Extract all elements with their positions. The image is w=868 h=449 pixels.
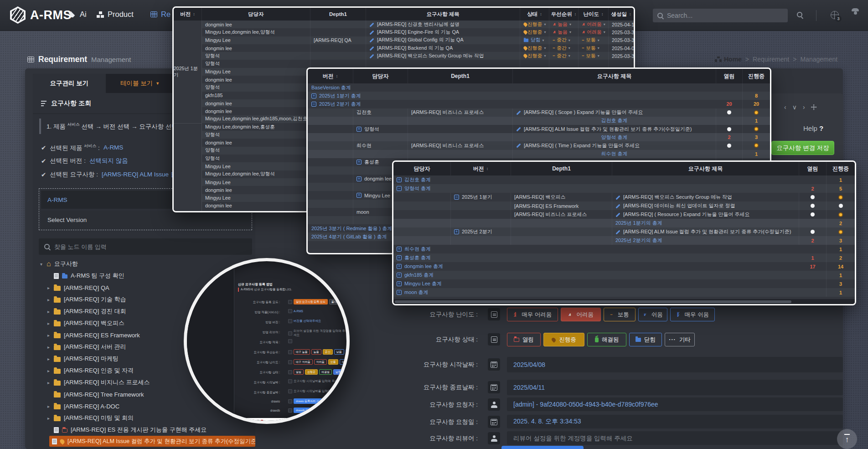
tree-item-selected[interactable]: [ARMS-REQ] ALM Issue 컬럼 추가 및 현황관리 보기 종류 … [49,436,255,447]
group-row[interactable]: 양형석 총계25 [393,184,855,193]
difficulty-hard-button[interactable]: 어려움 [561,308,601,321]
expand-plus-icon[interactable] [397,177,402,182]
chevron-right-icon[interactable]: › [803,103,805,111]
collapse-minus-icon[interactable] [397,186,402,191]
table-row[interactable]: Mingyu Lee[ARMS-REQ] QA [ARMS-REQ] Globa… [174,36,634,44]
expand-plus-icon[interactable] [397,264,402,269]
group-row[interactable]: moon 총계1 [393,288,855,297]
difficulty-dropdown[interactable]: 어려움▾ [579,21,609,28]
table-row[interactable]: 김천호[ARMS-REQ] 비즈니스 프로세스 [ARMS-REQ] ( Sco… [308,108,770,117]
tree-expand-icon[interactable]: ▸ [46,380,51,385]
breadcrumb-home[interactable]: Home [715,56,742,63]
status-resolved-button[interactable]: 해결됨 [587,333,626,346]
tree-root[interactable]: ▾ ⌂ 요구사항 [33,258,255,270]
chevron-left-icon[interactable]: ‹ [784,103,786,111]
group-row[interactable]: dongmin lee 총계1714 [393,262,855,271]
tree-expand-icon[interactable]: ▸ [46,321,51,326]
status-open-button[interactable]: 열림 [507,333,541,346]
expand-icon[interactable] [811,104,817,110]
end-date-field[interactable]: 2025/04/11 [507,380,843,395]
reviewer-field[interactable] [507,431,843,445]
table-row[interactable]: dongmin lee [ARMS-REQ] Backend 의 기능 QA 진… [174,44,634,52]
priority-dropdown[interactable]: 높음▾ [549,21,579,28]
difficulty-very-easy-button[interactable]: 매우 쉬움 [670,308,715,321]
group-row[interactable]: gkfn185 총계1 [393,271,855,279]
expand-plus-icon[interactable] [454,229,459,234]
horizontal-scrollbar[interactable] [393,299,855,304]
group-row[interactable]: 홍성훈 총계12 [393,253,855,262]
collapse-minus-icon[interactable] [311,102,316,107]
expand-plus-icon[interactable] [397,247,402,252]
status-dropdown[interactable]: 진행중▾ [520,44,549,52]
scroll-top-button[interactable]: ↑ [837,429,857,449]
status-dropdown[interactable]: 닫힘▾ [520,36,549,44]
tree-search-input[interactable] [54,243,247,250]
brand-logo[interactable]: A-RMS [10,6,72,24]
table-row[interactable]: Mingyu Lee,dongmin lee,양형석 [ARMS-REQ] En… [174,28,634,36]
partial-blue-button[interactable] [501,446,584,449]
scrollbar-thumb[interactable] [395,300,791,303]
status-dropdown[interactable]: 진행중▾ [520,21,549,28]
status-etc-button[interactable]: 기타 [665,333,695,346]
priority-dropdown[interactable]: 중간▾ [549,44,579,52]
group-row[interactable]: 김천호 총계1 [393,175,855,184]
breadcrumb-management[interactable]: Management [800,56,837,63]
expand-plus-icon[interactable] [397,273,402,278]
group-row[interactable]: 최수현 총계1 [393,245,855,253]
tab-requirement-view[interactable]: 요구관리 보기 [33,74,106,93]
status-closed-button[interactable]: 닫힘 [629,333,662,346]
tree-expand-icon[interactable]: ▸ [46,368,51,373]
version-select[interactable]: Select Version [41,211,250,229]
status-dropdown[interactable]: 진행중▾ [520,28,549,36]
expand-plus-icon[interactable] [311,93,316,98]
table-row[interactable]: [ARMS-REQ] ES Framework [ARMS-REQ] 데이터는 … [393,201,855,210]
menu-product[interactable]: Product [97,10,134,19]
expand-plus-icon[interactable] [397,290,402,295]
expand-plus-icon[interactable] [356,176,362,181]
status-in-progress-button[interactable]: 진행중 [543,333,584,346]
tree-search[interactable] [39,238,252,255]
group-row[interactable]: 2025년 2분기 총계2020 [308,100,770,108]
difficulty-dropdown[interactable]: 보통▾ [579,52,609,60]
reviewer-input[interactable] [513,435,837,442]
group-row[interactable]: Mingyu Lee 총계3 [393,279,855,288]
table-row[interactable]: 최수현[ARMS-REQ] 비즈니스 프로세스 [ARMS-REQ] ( Tim… [308,141,770,150]
tree-expand-icon[interactable]: ▸ [46,333,51,338]
tree-item[interactable]: [ARMS-REQ] ES 전용 게시판 기능을 구현해 주세요 [33,424,255,436]
breadcrumb-requirement[interactable]: Requirement [753,56,789,63]
priority-dropdown[interactable]: 중간▾ [549,36,579,44]
status-dropdown[interactable]: 진행중▾ [520,52,549,60]
tree-expand-icon[interactable]: ▸ [46,416,51,421]
expand-plus-icon[interactable] [356,193,362,198]
priority-dropdown[interactable]: 높음▾ [549,28,579,36]
tree-expand-icon[interactable]: ▸ [46,309,51,314]
difficulty-normal-button[interactable]: 보통 [604,308,636,321]
expand-plus-icon[interactable] [397,255,402,260]
menu-requirement[interactable]: Re [150,10,170,19]
global-search[interactable] [653,9,788,22]
table-row[interactable]: [ARMS-REQ] 비즈니스 프로세스 [ARMS-REQ] ( Resour… [393,210,855,219]
difficulty-dropdown[interactable]: 보통▾ [579,36,609,44]
group-row[interactable]: BaseVersion 총계 [308,83,770,92]
tree-expand-icon[interactable]: ▸ [46,345,51,350]
tree-expand-icon[interactable]: ▸ [46,356,51,361]
table-row[interactable]: 양형석 [174,60,634,67]
difficulty-dropdown[interactable]: 보통▾ [579,44,609,52]
tree-expand-icon[interactable]: ▸ [46,285,51,290]
table-row[interactable]: 양형석 [ARMS-REQ] ALM Issue 컬럼 추가 및 현황관리 보기… [308,125,770,133]
table-row[interactable]: dongmin lee [ARMS-REQ] 신경호 변리사님께 설명 진행중▾… [174,21,634,28]
difficulty-easy-button[interactable]: 쉬움 [638,308,667,321]
tree-item[interactable]: ▸[ARMS-REQ] 미팅 및 회의 [33,412,255,424]
search-input[interactable] [667,12,783,19]
chevron-down-icon[interactable]: ∨ [792,103,797,111]
group-row[interactable]: 2025년 1분기 총계8 [308,92,770,100]
table-row[interactable]: 2025년 2분기 [ARMS-REQ] ALM Issue 컬럼 추가 및 현… [393,227,855,236]
table-row[interactable]: 2025년 1분기[ARMS-REQ] 백오피스 [ARMS-REQ] 백오피스… [393,193,855,201]
table-row[interactable]: 양형석 [ARMS-REQ] 백오피스 Security Group 메뉴 작업… [174,52,634,60]
start-date-field[interactable]: 2025/04/08 [507,357,843,372]
expand-plus-icon[interactable] [397,281,402,286]
menu-ai[interactable]: Ai [67,10,87,19]
tree-expand-icon[interactable]: ▸ [46,404,51,409]
help-link[interactable]: Help ? [803,124,823,132]
expand-plus-icon[interactable] [356,160,362,165]
